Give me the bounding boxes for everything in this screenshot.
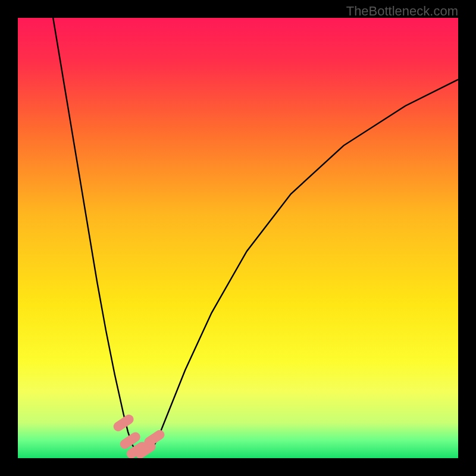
watermark-text: TheBottleneck.com (346, 4, 458, 19)
curve-marker (118, 419, 129, 427)
curve-plot (18, 18, 458, 458)
bottleneck-curve (53, 18, 458, 454)
curve-markers (118, 419, 160, 454)
curve-marker (140, 447, 151, 454)
curve-marker (125, 437, 136, 444)
curve-marker (149, 435, 159, 442)
